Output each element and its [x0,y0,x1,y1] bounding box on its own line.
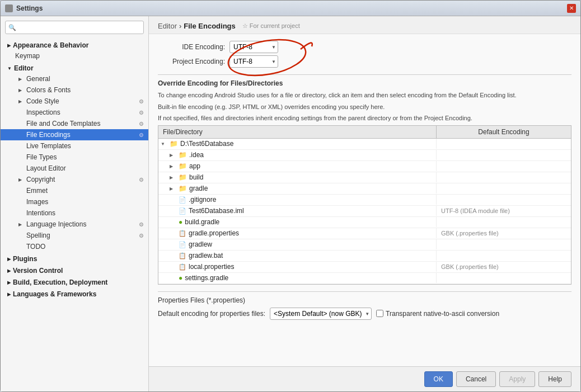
table-row[interactable]: ▶ 📁 app [158,161,571,172]
help-button[interactable]: Help [538,371,571,387]
sidebar-item-languages-frameworks[interactable]: ▶ Languages & Frameworks [1,287,148,299]
config-icon-spelling: ⚙ [139,233,144,239]
table-row[interactable]: ▶ 📋 gradle.properties GBK (.properties f… [158,228,571,239]
search-box[interactable]: 🔍 [5,21,144,34]
expand-arrow[interactable]: ▶ [170,164,176,169]
bat-icon: 📋 [179,252,186,259]
table-row[interactable]: ▶ 📄 gradlew [158,239,571,251]
ide-encoding-select-wrapper[interactable]: UTF-8 UTF-16 ISO-8859-1 GBK [229,41,278,53]
search-input[interactable] [5,21,144,34]
config-icon-li: ⚙ [139,221,144,228]
project-encoding-select-wrapper[interactable]: UTF-8 UTF-16 ISO-8859-1 GBK [229,55,278,68]
panel-content: IDE Encoding: UTF-8 UTF-16 ISO-8859-1 GB… [149,34,580,366]
sidebar-item-layout-editor[interactable]: Layout Editor [1,163,148,174]
sidebar-item-keymap[interactable]: Keymap [1,50,148,62]
table-row[interactable]: ▶ 📁 .idea [158,150,571,161]
arrow-general: ▶ [18,77,24,82]
file-table-body[interactable]: ▼ 📁 D:\Test6Database ▶ 📁 . [158,139,571,284]
sidebar-item-emmet[interactable]: Emmet [1,185,148,196]
table-row[interactable]: ▶ 📄 Test6Database.iml UTF-8 (IDEA module… [158,206,571,217]
ok-button[interactable]: OK [424,371,453,387]
sidebar-item-version-control[interactable]: ▶ Version Control [1,264,148,276]
sidebar: 🔍 ▶ Appearance & Behavior Keymap ▼ Edito… [1,16,149,391]
gradle-icon: ● [179,274,182,282]
arrow-plugins: ▶ [7,257,11,262]
images-label: Images [26,198,48,206]
sidebar-item-images[interactable]: Images [1,196,148,207]
title-bar-left: Settings [5,4,43,12]
breadcrumb-parent: Editor [158,22,177,30]
override-desc1: To change encoding Android Studio uses f… [158,91,571,100]
sidebar-item-editor[interactable]: ▼ Editor [1,62,148,73]
expand-arrow[interactable]: ▶ [170,153,176,158]
table-row[interactable]: ▶ 📄 .gitignore [158,195,571,206]
expand-arrow[interactable]: ▶ [170,186,176,191]
sidebar-item-general[interactable]: ▶ General [1,73,148,84]
sidebar-item-intentions[interactable]: Intentions [1,207,148,219]
emmet-label: Emmet [26,187,48,195]
col-file-header: File/Directory [158,126,437,138]
arrow-colors: ▶ [18,88,24,93]
sidebar-item-colors-fonts[interactable]: ▶ Colors & Fonts [1,84,148,96]
ide-encoding-row: IDE Encoding: UTF-8 UTF-16 ISO-8859-1 GB… [158,41,571,53]
cancel-button[interactable]: Cancel [456,371,496,387]
sidebar-item-file-encodings[interactable]: File Encodings ⚙ [1,129,148,140]
file-icon: 📄 [179,241,186,248]
table-row[interactable]: ▶ ● build.gradle [158,217,571,228]
table-row[interactable]: ▼ 📁 D:\Test6Database [158,139,571,150]
version-control-label: Version Control [13,267,63,275]
sidebar-item-code-style[interactable]: ▶ Code Style ⚙ [1,96,148,107]
table-row[interactable]: ▶ 📋 gradlew.bat [158,251,571,262]
copyright-label: Copyright [26,176,55,183]
sidebar-item-copyright[interactable]: ▶ Copyright ⚙ [1,174,148,185]
override-desc3: If not specified, files and directories … [158,114,571,123]
properties-select-wrapper[interactable]: <System Default> (now GBK) UTF-8 ISO-885… [270,308,372,320]
sidebar-item-file-types[interactable]: File Types [1,152,148,163]
override-section: Override Encoding for Files/Directories … [158,74,571,285]
sidebar-item-spelling[interactable]: Spelling ⚙ [1,230,148,241]
apply-button[interactable]: Apply [499,371,535,387]
sidebar-item-live-templates[interactable]: Live Templates [1,140,148,152]
project-encoding-row: Project Encoding: UTF-8 UTF-16 ISO-8859-… [158,55,571,68]
ide-encoding-select[interactable]: UTF-8 UTF-16 ISO-8859-1 GBK [229,41,278,53]
sidebar-item-todo[interactable]: TODO [1,241,148,252]
panel-header: Editor › File Encodings ☆ For current pr… [149,16,580,34]
expand-arrow: ▶ [7,43,11,48]
close-button[interactable]: ✕ [567,4,576,13]
table-row[interactable]: ▶ 📁 gradle [158,183,571,195]
col-encoding-header: Default Encoding [437,126,571,138]
sidebar-item-build-execution[interactable]: ▶ Build, Execution, Deployment [1,276,148,287]
sidebar-item-language-injections[interactable]: ▶ Language Injections ⚙ [1,219,148,230]
config-icon-fct: ⚙ [139,121,144,127]
sidebar-item-file-code-templates[interactable]: File and Code Templates ⚙ [1,118,148,129]
todo-label: TODO [26,243,45,251]
sidebar-item-appearance[interactable]: ▶ Appearance & Behavior [1,39,148,50]
file-table[interactable]: File/Directory Default Encoding ▼ 📁 D:\T… [158,125,571,285]
properties-encoding-select[interactable]: <System Default> (now GBK) UTF-8 ISO-885… [270,308,372,320]
table-row[interactable]: ▶ 📋 local.properties GBK (.properties fi… [158,262,571,273]
table-row[interactable]: ▶ ● settings.gradle [158,273,571,284]
window-title: Settings [16,4,43,12]
appearance-label: Appearance & Behavior [13,41,88,49]
project-encoding-select[interactable]: UTF-8 UTF-16 ISO-8859-1 GBK [229,55,278,68]
layout-editor-label: Layout Editor [26,164,66,172]
transparent-checkbox[interactable] [376,310,383,317]
config-icon-fe: ⚙ [139,132,144,138]
override-title: Override Encoding for Files/Directories [158,79,571,87]
main-panel: Editor › File Encodings ☆ For current pr… [149,16,580,391]
folder-icon: 📁 [179,162,187,170]
plugins-label: Plugins [13,255,37,263]
table-row[interactable]: ▶ 📁 build [158,172,571,183]
sidebar-item-inspections[interactable]: Inspections ⚙ [1,107,148,118]
sidebar-item-plugins[interactable]: ▶ Plugins [1,252,148,264]
expand-arrow[interactable]: ▶ [170,175,176,180]
file-types-label: File Types [26,153,57,161]
settings-window: Settings ✕ 🔍 ▶ Appearance & Behavior Key… [0,0,581,392]
folder-icon: 📁 [179,173,187,181]
transparent-checkbox-label[interactable]: Transparent native-to-ascii conversion [376,310,499,318]
expand-arrow-editor: ▼ [7,66,12,71]
search-icon: 🔍 [8,24,16,31]
gradle-icon: ● [179,218,182,226]
expand-arrow[interactable]: ▼ [161,141,167,147]
config-icon-inspections: ⚙ [139,110,144,116]
